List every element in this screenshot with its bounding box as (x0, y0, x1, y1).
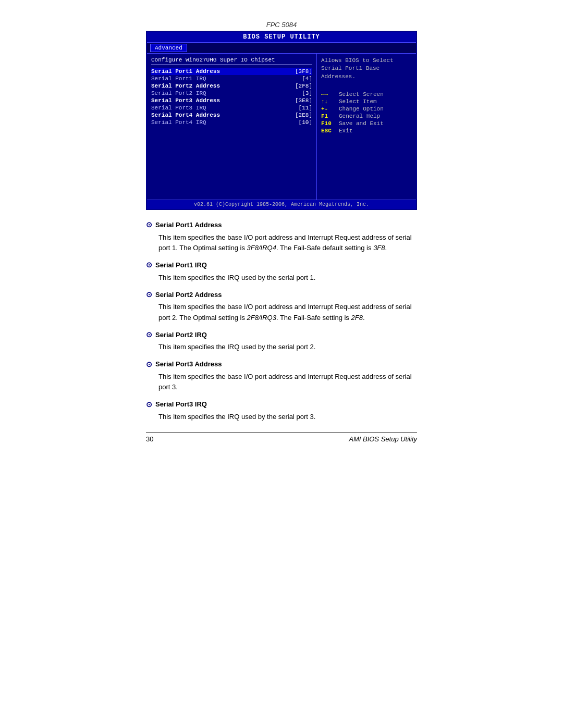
doc-item-body: This item specifies the base I/O port ad… (158, 372, 417, 392)
bios-key-label: ↑↓ (321, 98, 336, 105)
doc-item-body: This item specifies the IRQ used by the … (158, 342, 417, 352)
bios-title-bar: BIOS SETUP UTILITY (147, 32, 416, 43)
page-title: FPC 5084 (42, 21, 521, 29)
bios-item-name: Serial Port1 Address (151, 68, 220, 75)
bios-screenshot: BIOS SETUP UTILITY Advanced Configure Wi… (146, 31, 417, 210)
bios-key-row: +-Change Option (321, 106, 412, 112)
bios-body: Configure Win627UHG Super IO Chipset Ser… (147, 54, 416, 200)
bios-item-value: [2F8] (295, 83, 312, 89)
doc-item-serial-port3-irq: ⊙Serial Port3 IRQThis item specifies the… (146, 399, 417, 423)
bios-key-label: F1 (321, 113, 336, 119)
bios-item-name: Serial Port3 Address (151, 97, 220, 104)
bios-item-name: Serial Port3 IRQ (151, 105, 206, 111)
doc-item-body: This item specifies the base I/O port ad… (158, 302, 417, 323)
doc-item-header: ⊙Serial Port2 Address (146, 289, 417, 301)
bios-item[interactable]: Serial Port4 IRQ[10] (151, 119, 312, 126)
doc-icon: ⊙ (146, 260, 152, 271)
bios-section-header: Configure Win627UHG Super IO Chipset (151, 57, 312, 65)
bios-key-description: Save and Exit (339, 120, 384, 127)
doc-item-serial-port2-irq: ⊙Serial Port2 IRQThis item specifies the… (146, 329, 417, 353)
bios-key-description: Select Screen (339, 91, 384, 97)
page-footer: 30 AMI BIOS Setup Utility (146, 433, 417, 443)
doc-item-body: This item specifies the IRQ used by the … (158, 412, 417, 422)
doc-item-title: Serial Port2 Address (155, 290, 222, 300)
bios-left-panel: Configure Win627UHG Super IO Chipset Ser… (147, 54, 317, 200)
bios-key-label: ←→ (321, 91, 336, 97)
bios-key-row: ↑↓Select Item (321, 98, 412, 105)
bios-key-description: General Help (339, 113, 380, 119)
bios-item[interactable]: Serial Port2 IRQ[3] (151, 90, 312, 97)
bios-footer: v02.61 (C)Copyright 1985-2006, American … (147, 200, 416, 209)
doc-item-serial-port1-irq: ⊙Serial Port1 IRQThis item specifies the… (146, 260, 417, 283)
doc-item-title: Serial Port2 IRQ (155, 330, 207, 340)
bios-right-panel: Allows BIOS to Select Serial Port1 Base … (317, 54, 416, 200)
bios-item[interactable]: Serial Port4 Address[2E8] (151, 112, 312, 119)
doc-item-serial-port1-address: ⊙Serial Port1 AddressThis item specifies… (146, 219, 417, 253)
bios-key-row: ESCExit (321, 128, 412, 134)
bios-item[interactable]: Serial Port3 Address[3E8] (151, 97, 312, 104)
bios-key-label: ESC (321, 128, 336, 134)
doc-section: ⊙Serial Port1 AddressThis item specifies… (146, 219, 417, 422)
doc-item-title: Serial Port3 IRQ (155, 399, 207, 410)
doc-item-body: This item specifies the IRQ used by the … (158, 273, 417, 283)
doc-icon: ⊙ (146, 329, 152, 341)
bios-item-name: Serial Port1 IRQ (151, 76, 206, 82)
doc-item-header: ⊙Serial Port1 IRQ (146, 260, 417, 271)
doc-item-header: ⊙Serial Port3 IRQ (146, 399, 417, 411)
doc-icon: ⊙ (146, 219, 152, 231)
doc-item-serial-port3-address: ⊙Serial Port3 AddressThis item specifies… (146, 359, 417, 393)
doc-icon: ⊙ (146, 359, 152, 371)
bios-item[interactable]: Serial Port3 IRQ[11] (151, 104, 312, 112)
bios-item-value: [4] (302, 76, 312, 82)
doc-icon: ⊙ (146, 399, 152, 411)
doc-item-title: Serial Port1 IRQ (155, 260, 207, 270)
bios-key-row: ←→Select Screen (321, 91, 412, 97)
bios-item[interactable]: Serial Port1 IRQ[4] (151, 75, 312, 82)
bios-key-row: F1General Help (321, 113, 412, 119)
doc-item-title: Serial Port3 Address (155, 359, 222, 369)
bios-tab-bar: Advanced (147, 43, 416, 54)
page-footer-title: AMI BIOS Setup Utility (349, 435, 417, 443)
bios-help-text: Allows BIOS to Select Serial Port1 Base … (321, 57, 412, 81)
bios-key-label: +- (321, 106, 336, 112)
doc-item-header: ⊙Serial Port3 Address (146, 359, 417, 371)
bios-item-name: Serial Port2 Address (151, 83, 220, 89)
bios-items-container: Serial Port1 Address[3F8] Serial Port1 I… (151, 68, 312, 126)
doc-item-title: Serial Port1 Address (155, 220, 222, 230)
doc-item-serial-port2-address: ⊙Serial Port2 AddressThis item specifies… (146, 289, 417, 323)
bios-item[interactable]: Serial Port1 Address[3F8] (151, 68, 312, 75)
doc-item-header: ⊙Serial Port1 Address (146, 219, 417, 231)
bios-item-value: [3E8] (295, 97, 312, 104)
bios-item[interactable]: Serial Port2 Address[2F8] (151, 82, 312, 90)
bios-item-name: Serial Port2 IRQ (151, 90, 206, 96)
doc-icon: ⊙ (146, 289, 152, 301)
bios-item-value: [3F8] (295, 68, 312, 75)
bios-item-name: Serial Port4 Address (151, 112, 220, 118)
bios-key-description: Select Item (339, 98, 377, 105)
bios-item-value: [3] (302, 90, 312, 96)
bios-item-value: [2E8] (295, 112, 312, 118)
bios-key-description: Exit (339, 128, 352, 134)
bios-key-description: Change Option (339, 106, 384, 112)
page-number: 30 (146, 435, 153, 443)
doc-item-header: ⊙Serial Port2 IRQ (146, 329, 417, 341)
doc-item-body: This item specifies the base I/O port ad… (158, 232, 417, 253)
bios-item-value: [11] (299, 105, 312, 111)
bios-item-value: [10] (299, 119, 312, 126)
bios-key-row: F10Save and Exit (321, 120, 412, 127)
bios-tab-advanced[interactable]: Advanced (150, 44, 187, 52)
bios-key-legend: ←→Select Screen↑↓Select Item+-Change Opt… (321, 91, 412, 134)
bios-key-label: F10 (321, 120, 336, 127)
bios-item-name: Serial Port4 IRQ (151, 119, 206, 126)
